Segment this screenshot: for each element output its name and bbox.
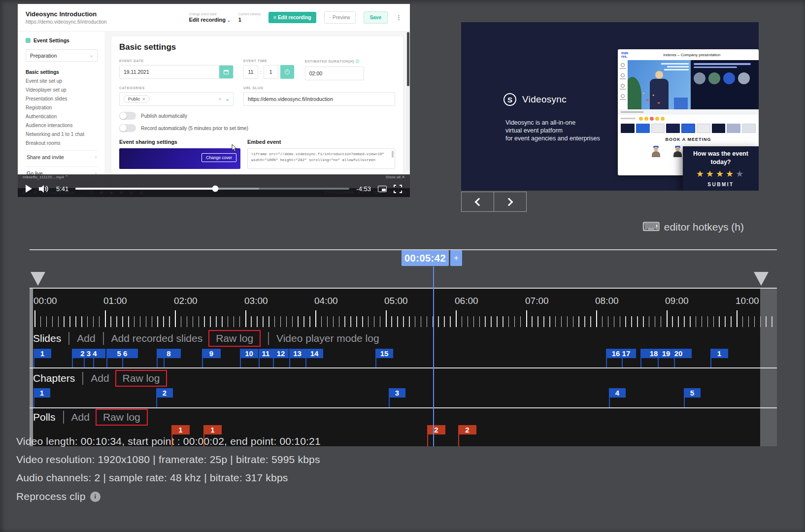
- timeline-editor[interactable]: 00:05:42 + 00:0001:0002:0003:0004:0005:0…: [30, 249, 777, 446]
- track-action-button[interactable]: Raw log: [103, 411, 140, 423]
- ruler-tick: [257, 316, 258, 327]
- progress-bar[interactable]: [75, 188, 349, 190]
- fullscreen-icon[interactable]: [394, 185, 402, 193]
- slide-marker[interactable]: 8: [157, 349, 181, 358]
- duration-label: ESTIMATED DURATION(H): [305, 60, 355, 63]
- duration-field: 02:00: [305, 66, 364, 80]
- progress-handle[interactable]: [212, 186, 218, 192]
- reprocess-clip-button[interactable]: Reprocess clip: [16, 491, 86, 502]
- poll-marker[interactable]: 1: [203, 425, 222, 434]
- slide-marker-stem: [202, 358, 203, 368]
- event-cover-image: Change cover: [119, 148, 240, 169]
- slide-marker[interactable]: 13: [289, 349, 305, 358]
- ruler-tick: [608, 316, 609, 327]
- calendar-icon: [219, 66, 233, 78]
- ruler-tick: [303, 316, 304, 327]
- start-point-handle[interactable]: [31, 272, 45, 286]
- editor-hotkeys-toggle[interactable]: ⌨ editor hotkeys (h): [642, 220, 744, 234]
- track-action-button[interactable]: Raw log: [216, 332, 253, 344]
- slide-marker[interactable]: 14: [305, 349, 323, 358]
- track-action-button[interactable]: Raw log: [123, 372, 160, 384]
- chevron-right-icon: [505, 198, 513, 206]
- slide-marker[interactable]: 12: [273, 349, 289, 358]
- ruler-tick: [321, 316, 322, 327]
- ruler-tick: [508, 316, 509, 327]
- next-slide-button[interactable]: [494, 192, 527, 212]
- ruler-tick: [286, 316, 287, 327]
- ruler-tick: [590, 316, 591, 327]
- end-point-handle[interactable]: [754, 272, 769, 286]
- ruler-tick: [620, 316, 621, 327]
- url-slug-field: https://demo.videosync.fi/introduction: [243, 92, 395, 106]
- ruler-tick: [169, 316, 170, 327]
- track-action-button[interactable]: Video player mode log: [276, 332, 379, 344]
- chapter-marker[interactable]: 2: [156, 388, 173, 398]
- previous-slide-button[interactable]: [461, 192, 494, 212]
- poll-marker[interactable]: 1: [171, 425, 190, 434]
- slide-marker[interactable]: 9: [202, 349, 221, 358]
- play-button[interactable]: [26, 185, 32, 193]
- slide-marker[interactable]: 5 6: [106, 349, 138, 358]
- poll-marker[interactable]: 2: [458, 425, 476, 434]
- ruler-time-label: 09:00: [665, 296, 689, 306]
- change-event-state: Change event state Edit recording ⌄: [189, 12, 230, 23]
- slide-marker[interactable]: 1: [710, 349, 728, 358]
- ruler-tick: [485, 316, 486, 327]
- volume-icon[interactable]: [39, 185, 49, 193]
- slide-marker-stem: [259, 358, 260, 368]
- slide-marker[interactable]: 15: [375, 349, 393, 358]
- slide-marker-stem: [622, 358, 623, 368]
- chapter-marker[interactable]: 5: [684, 388, 701, 398]
- video-player[interactable]: Videosync Introduction https://demo.vide…: [18, 4, 410, 197]
- ruler-tick: [549, 316, 550, 327]
- ruler-tick: [637, 316, 638, 327]
- ruler-tick: [503, 316, 503, 327]
- chapter-marker[interactable]: 1: [34, 388, 50, 398]
- track-action-button[interactable]: Add: [77, 332, 95, 344]
- ruler-tick: [397, 316, 398, 327]
- track-action-button[interactable]: Add: [91, 372, 109, 384]
- slide-marker[interactable]: 10: [240, 349, 258, 358]
- picture-in-picture-icon[interactable]: [378, 186, 387, 192]
- clock-icon: [280, 65, 294, 79]
- ruler-tick: [532, 316, 533, 327]
- playhead-line[interactable]: [433, 266, 434, 446]
- ruler-tick: [99, 316, 100, 327]
- slide-marker[interactable]: 18 19 20: [640, 349, 692, 358]
- star-icon: ★: [726, 169, 736, 179]
- track-action-button[interactable]: Add recorded slides: [111, 332, 203, 344]
- ruler-tick: [105, 310, 106, 327]
- ruler-tick: [725, 316, 726, 327]
- ruler-tick: [52, 316, 53, 327]
- slide-marker-stem: [106, 358, 107, 368]
- slide-marker[interactable]: 16 17: [606, 349, 636, 358]
- player-controls-bar[interactable]: mikseftu_111120....mp4 ⌃ Show all ✕ 5:41…: [18, 174, 410, 197]
- chapter-marker[interactable]: 4: [609, 388, 626, 398]
- slide-marker[interactable]: 2 3 4: [72, 349, 105, 358]
- slide-marker[interactable]: 1: [34, 349, 51, 358]
- chapter-marker[interactable]: 3: [389, 388, 405, 398]
- ruler-tick: [391, 316, 392, 327]
- remaining-time: -4:53: [356, 185, 371, 193]
- ruler-tick: [438, 316, 439, 327]
- slide-marker-stem: [122, 358, 123, 368]
- ruler-tick: [415, 316, 416, 327]
- slide-marker-stem: [674, 358, 675, 368]
- poll-marker-stem: [171, 434, 172, 447]
- ruler-tick: [649, 316, 650, 327]
- ruler-tick: [110, 316, 111, 327]
- ruler-tick: [754, 316, 755, 327]
- info-icon[interactable]: i: [90, 492, 101, 502]
- browser-scrollbar: [406, 32, 410, 170]
- track-action-button[interactable]: Add: [71, 411, 90, 423]
- slide-marker[interactable]: 11: [259, 349, 273, 358]
- event-time-label: EVENT TIME: [243, 59, 294, 63]
- event-url: https://demo.videosync.fi/introduction: [26, 19, 107, 25]
- slide-marker-stem: [34, 358, 34, 368]
- event-time-hours: 11: [243, 65, 258, 79]
- ruler-tick: [199, 316, 200, 327]
- sidebar-link: Share and invite›: [26, 150, 98, 164]
- add-at-playhead-button[interactable]: +: [450, 250, 462, 266]
- poll-marker[interactable]: 2: [427, 425, 445, 434]
- ruler-tick: [128, 316, 129, 327]
